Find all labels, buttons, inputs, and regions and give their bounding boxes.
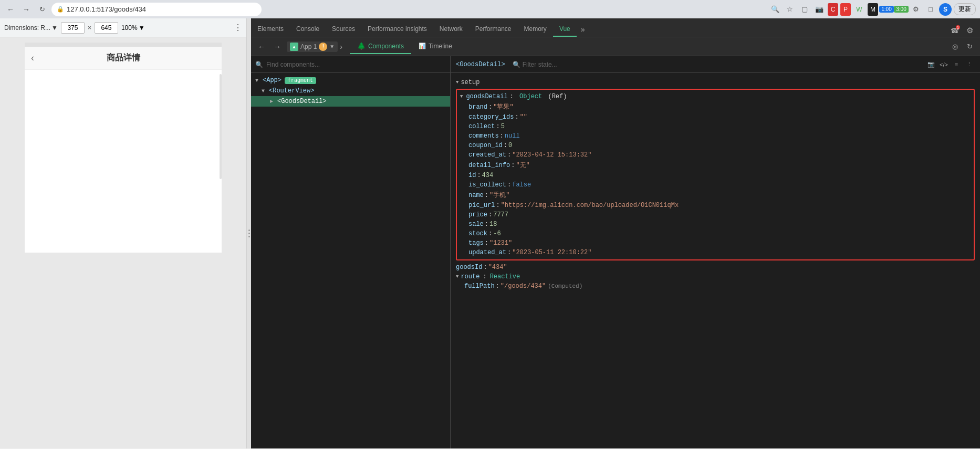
- prop-is-collect-value: false: [512, 181, 531, 189]
- address-bar[interactable]: 🔒 127.0.0.1:5173/goods/434: [51, 3, 262, 16]
- notification-badge[interactable]: 1:00: [880, 3, 893, 16]
- vdt-tab-timeline[interactable]: 📊 Timeline: [411, 39, 460, 54]
- goods-detail-header[interactable]: ▼ goodsDetail : Object (Ref): [460, 92, 971, 101]
- ext-icon-2[interactable]: P: [840, 3, 851, 16]
- tab-elements-label: Elements: [257, 25, 284, 33]
- state-content[interactable]: ▼ setup ▼ goodsDetail : Object (Ref): [451, 73, 980, 448]
- ext-icon-3[interactable]: W: [853, 3, 866, 16]
- tab-vue-label: Vue: [559, 25, 570, 33]
- search-browser-button[interactable]: 🔍: [769, 3, 781, 16]
- reload-button[interactable]: ↻: [36, 3, 48, 16]
- breadcrumb-item[interactable]: ▲ App 1 ! ▼: [287, 41, 338, 52]
- more-state-button[interactable]: ≡: [951, 59, 962, 70]
- more-tabs-button[interactable]: »: [577, 22, 589, 37]
- ext-icon-4[interactable]: M: [868, 3, 878, 16]
- tree-item-goods-detail[interactable]: ► <GoodsDetail>: [251, 96, 450, 107]
- breadcrumb-more-arrow[interactable]: ›: [340, 43, 342, 51]
- prop-brand: brand : "苹果": [460, 101, 971, 112]
- prop-sale: sale : 18: [460, 220, 971, 229]
- component-tree-items: ▼ <App> fragment ▼ <RouterView> ► <Goo: [251, 73, 450, 109]
- fragment-badge: fragment: [285, 77, 316, 84]
- zoom-control[interactable]: 100% ▼: [121, 24, 145, 32]
- app-tree-tag: <App>: [263, 77, 282, 84]
- goods-detail-key: goodsDetail: [466, 93, 507, 100]
- route-arrow: ▼: [456, 274, 458, 279]
- browser-actions: 🔍 ☆ ▢ 📷 C P W M 1:00 3:00 ⚙ □ S 更新: [769, 3, 976, 16]
- back-button[interactable]: ←: [4, 3, 17, 16]
- vdt-header-actions: ◎ ↻: [948, 40, 976, 53]
- prop-comments: comments : null: [460, 131, 971, 141]
- timer-badge[interactable]: 3:00: [895, 3, 908, 16]
- devtools-toggle[interactable]: □: [924, 3, 937, 16]
- tree-icon: 🌲: [357, 42, 366, 50]
- width-input[interactable]: [61, 22, 85, 34]
- component-search-input[interactable]: [266, 61, 446, 68]
- screenshot-state-button[interactable]: 📷: [925, 59, 937, 70]
- prop-collect-value: 5: [501, 123, 505, 130]
- fullpath-key: fullPath: [464, 283, 495, 290]
- route-section[interactable]: ▼ route : Reactive: [451, 272, 980, 281]
- screenshot-button[interactable]: 📷: [813, 3, 826, 16]
- mobile-frame: ‹ 商品详情: [25, 43, 222, 253]
- mobile-status-bar: [25, 43, 222, 47]
- devtools-tab-bar: Elements Console Sources Performance ins…: [251, 18, 980, 37]
- close-state-button[interactable]: ⋮: [963, 59, 975, 70]
- warning-icon[interactable]: !: [319, 43, 327, 51]
- component-tree: 🔍 ▼ <App> fragment ▼: [251, 56, 451, 448]
- ext-icon-1[interactable]: C: [828, 3, 838, 16]
- prop-is-collect: is_collect : false: [460, 180, 971, 190]
- zoom-chevron: ▼: [139, 24, 145, 32]
- app-vue-icon: ▲: [290, 43, 298, 51]
- lock-icon: 🔒: [57, 6, 64, 13]
- tab-memory[interactable]: Memory: [518, 22, 553, 37]
- routerview-tree-arrow: ▼: [262, 88, 269, 94]
- state-filter-input[interactable]: [523, 61, 922, 68]
- cast-button[interactable]: ▢: [798, 3, 811, 16]
- devtools-settings-button[interactable]: ⚙: [963, 24, 976, 37]
- tab-performance-insights[interactable]: Performance insights: [361, 22, 433, 37]
- bookmark-button[interactable]: ☆: [784, 3, 796, 16]
- app-tree-arrow: ▼: [255, 78, 263, 83]
- prop-price: price : 7777: [460, 210, 971, 220]
- refresh-pill-button[interactable]: 更新: [954, 3, 976, 15]
- extensions-button[interactable]: ⚙: [910, 3, 922, 16]
- prop-comments-value: null: [505, 132, 520, 140]
- tab-sources[interactable]: Sources: [326, 22, 361, 37]
- prop-updated-at-value: "2023-05-11 22:10:22": [512, 249, 591, 256]
- tab-performance-insights-label: Performance insights: [368, 25, 427, 33]
- mobile-back-button[interactable]: ‹: [31, 53, 34, 64]
- profile-avatar[interactable]: S: [939, 3, 952, 16]
- breadcrumb-dropdown-arrow[interactable]: ▼: [329, 44, 335, 49]
- vue-devtools-body: 🔍 ▼ <App> fragment ▼: [251, 56, 980, 448]
- browser-chrome: ← → ↻ 🔒 127.0.0.1:5173/goods/434 🔍 ☆ ▢ 📷…: [0, 0, 980, 18]
- goods-detail-type: Object: [516, 93, 542, 100]
- devtools-notification-button[interactable]: ☎ 1: [948, 24, 961, 37]
- tab-console[interactable]: Console: [290, 22, 326, 37]
- setup-section-header[interactable]: ▼ setup: [451, 77, 980, 88]
- vdt-tab-components[interactable]: 🌲 Components: [350, 39, 411, 54]
- inspect-element-button[interactable]: ◎: [948, 40, 961, 53]
- dimensions-bar: Dimensions: R... ▼ × 100% ▼ ⋮: [0, 18, 246, 37]
- tab-vue[interactable]: Vue: [553, 22, 577, 37]
- resize-handle[interactable]: [247, 18, 251, 448]
- dimensions-select[interactable]: Dimensions: R... ▼: [4, 24, 58, 32]
- mobile-scrollbar[interactable]: [220, 74, 222, 179]
- vdt-back-button[interactable]: ←: [255, 40, 268, 53]
- tab-elements[interactable]: Elements: [251, 22, 290, 37]
- edit-state-button[interactable]: </>: [938, 59, 950, 70]
- prop-name-value: "手机": [489, 191, 509, 200]
- refresh-vdt-button[interactable]: ↻: [963, 40, 976, 53]
- goods-id-row: goodsId : "434": [451, 263, 980, 272]
- dimensions-chevron: ▼: [51, 24, 58, 32]
- prop-updated-at: updated_at : "2023-05-11 22:10:22": [460, 248, 971, 257]
- tab-memory-label: Memory: [524, 25, 547, 33]
- tab-network[interactable]: Network: [433, 22, 469, 37]
- tree-item-router-view[interactable]: ▼ <RouterView>: [251, 86, 450, 96]
- height-input[interactable]: [95, 22, 118, 34]
- forward-button[interactable]: →: [20, 3, 33, 16]
- tree-item-app[interactable]: ▼ <App> fragment: [251, 75, 450, 86]
- tab-performance[interactable]: Performance: [469, 22, 518, 37]
- vdt-forward-button[interactable]: →: [271, 40, 284, 53]
- prop-stock-value: -6: [493, 230, 501, 237]
- dimensions-more-button[interactable]: ⋮: [234, 23, 242, 33]
